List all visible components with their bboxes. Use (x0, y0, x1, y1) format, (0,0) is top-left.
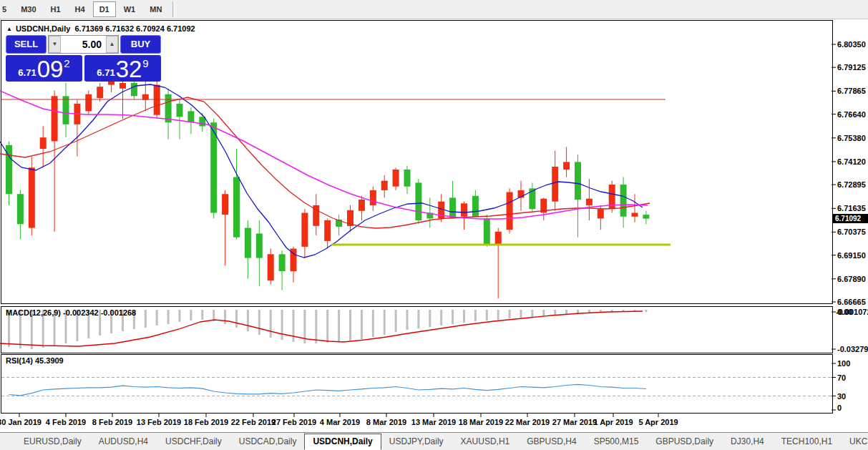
date-axis-label: 8 Feb 2019 (92, 418, 132, 426)
timeframe-button-MN[interactable]: MN (143, 1, 168, 17)
chart-tab-xauusd[interactable]: XAUUSD,H1 (453, 435, 518, 449)
mt4-window: 5M30H1H4D1W1MN ▲USDCNH,Daily 6.71369 6.7… (0, 0, 868, 450)
price-axis-label: 6.75380 (837, 134, 866, 142)
chart-symbol-label: USDCNH,Daily (16, 24, 70, 33)
chart-tab-gbpusd[interactable]: GBPUSD,Daily (648, 435, 721, 449)
rsi-axis-label: 0 (837, 403, 842, 412)
price-axis-label: 6.66665 (837, 298, 866, 306)
date-axis-label: 18 Mar 2019 (459, 418, 503, 426)
rsi-panel[interactable] (1, 354, 833, 414)
date-axis-label: 4 Mar 2019 (320, 418, 360, 426)
rsi-value: 45.3909 (35, 356, 64, 365)
chart-tab-usdchf[interactable]: USDCHF,Daily (157, 435, 230, 449)
timeframe-button-D1[interactable]: D1 (93, 1, 116, 17)
lot-size-stepper: ▼ ▲ (48, 35, 119, 54)
collapse-panel-icon[interactable]: ▲ (6, 26, 12, 32)
macd-values: -0.002342 -0.001268 (63, 308, 136, 317)
buy-button[interactable]: BUY (120, 35, 161, 54)
rsi-axis-label: 100 (837, 359, 850, 368)
date-axis-label: 5 Apr 2019 (638, 418, 678, 426)
chart-tab-dj30[interactable]: DJ30,H4 (723, 435, 772, 449)
chart-tab-audusd[interactable]: AUDUSD,H4 (91, 435, 156, 449)
macd-axis-current-label: -0.001072 (836, 308, 868, 316)
rsi-axis-label: 30 (837, 392, 846, 401)
macd-name: MACD(12,26,9) (6, 308, 61, 317)
chart-tab-gbpusd[interactable]: GBPUSD,H4 (519, 435, 584, 449)
sell-price-pip: 2 (64, 57, 69, 69)
date-axis-label: 13 Mar 2019 (411, 418, 456, 426)
price-axis-label: 6.77865 (837, 87, 866, 95)
chart-tab-ukc[interactable]: UKC (842, 435, 868, 449)
macd-axis-min-label: -0.032799 (837, 345, 868, 353)
date-axis-label: 27 Feb 2019 (272, 418, 316, 426)
chart-ohlc-values: 6.71369 6.71632 6.70924 6.71092 (74, 24, 195, 33)
timeframe-button-M30[interactable]: M30 (14, 1, 42, 17)
timeframe-button-W1[interactable]: W1 (117, 1, 142, 17)
toolbar-separator (172, 1, 175, 17)
rsi-indicator-label: RSI(14) 45.3909 (6, 356, 64, 365)
lot-increase-icon[interactable]: ▲ (106, 36, 118, 53)
buy-price-big: 32 (116, 57, 142, 82)
price-axis-label: 6.72895 (837, 180, 866, 189)
price-axis-label: 6.79125 (837, 63, 866, 72)
sell-button[interactable]: SELL (6, 35, 47, 54)
chart-tab-sp500[interactable]: SP500,M15 (586, 435, 647, 449)
macd-indicator-label: MACD(12,26,9) -0.002342 -0.001268 (6, 308, 136, 317)
chart-tab-tech100[interactable]: TECH100,H1 (774, 435, 840, 449)
date-axis-label: 18 Feb 2019 (184, 418, 228, 426)
price-axis-label: 6.70375 (837, 228, 866, 236)
timeframe-button-H4[interactable]: H4 (69, 1, 92, 17)
sell-price-prefix: 6.71 (18, 67, 36, 78)
date-axis-label: 13 Feb 2019 (137, 418, 181, 426)
chart-tab-usdcnh[interactable]: USDCNH,Daily (304, 434, 381, 450)
rsi-axis-label: 70 (837, 373, 846, 382)
price-axis-label: 6.76640 (837, 110, 866, 119)
date-axis-label: 22 Mar 2019 (505, 418, 550, 426)
lot-decrease-icon[interactable]: ▼ (49, 36, 61, 53)
price-axis-label: 6.67890 (837, 275, 866, 283)
buy-price-pip: 9 (142, 57, 148, 69)
sell-price-big: 09 (37, 57, 64, 82)
chart-tab-eurusd[interactable]: EURUSD,Daily (16, 435, 89, 449)
date-axis-label: 1 Apr 2019 (593, 418, 633, 426)
current-price-tag: 6.71092 (833, 214, 868, 223)
buy-price-quote[interactable]: 6.71329 (84, 55, 161, 82)
chart-header: ▲USDCNH,Daily 6.71369 6.71632 6.70924 6.… (6, 24, 195, 33)
one-click-trade-panel: SELL ▼ ▲ BUY 6.71092 6.71329 (6, 35, 161, 82)
rsi-name: RSI(14) (6, 356, 33, 365)
sell-price-quote[interactable]: 6.71092 (6, 55, 82, 82)
date-axis-label: 27 Mar 2019 (552, 418, 597, 426)
chart-tab-bar: EURUSD,DailyAUDUSD,H4USDCHF,DailyUSDCAD,… (0, 432, 868, 450)
price-axis-label: 6.74120 (837, 157, 866, 166)
lot-size-input[interactable] (61, 36, 106, 53)
timeframe-button-H1[interactable]: H1 (44, 1, 67, 17)
date-axis: 30 Jan 20194 Feb 20198 Feb 201913 Feb 20… (0, 414, 868, 431)
price-axis-label: 6.71635 (837, 204, 866, 212)
date-axis-label: 30 Jan 2019 (0, 418, 42, 426)
date-axis-label: 8 Mar 2019 (366, 418, 406, 426)
buy-price-prefix: 6.71 (97, 67, 114, 78)
timeframe-button-5[interactable]: 5 (0, 1, 13, 17)
date-axis-label: 22 Feb 2019 (231, 418, 275, 426)
date-axis-label: 4 Feb 2019 (46, 418, 86, 426)
chart-tab-usdjpy[interactable]: USDJPY,Daily (381, 435, 452, 449)
price-axis-label: 6.80350 (837, 40, 866, 49)
price-axis-label: 6.69150 (837, 251, 866, 260)
chart-tab-usdcad[interactable]: USDCAD,Daily (231, 435, 305, 449)
timeframe-toolbar: 5M30H1H4D1W1MN (0, 0, 868, 19)
